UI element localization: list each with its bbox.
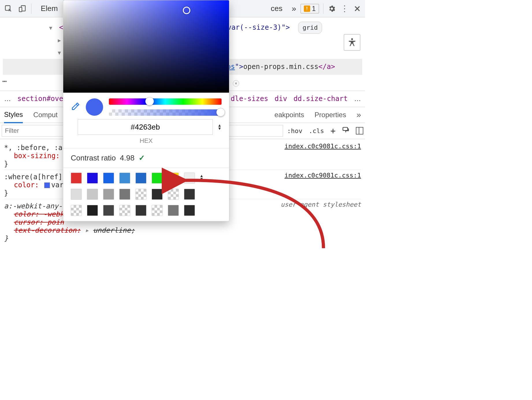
palette-swatch[interactable] <box>152 189 163 200</box>
hex-label: HEX <box>63 137 229 148</box>
palette-grid: ▲▼ <box>63 168 229 217</box>
palette-swatch[interactable] <box>184 189 195 200</box>
css-property[interactable]: cursor: poin <box>14 218 64 226</box>
hov-toggle[interactable]: :hov <box>287 127 302 134</box>
dom-collapsed-ellipsis[interactable]: ⋯ <box>2 74 7 88</box>
tab-computed[interactable]: Comput <box>33 111 57 119</box>
breadcrumb-item[interactable]: section#ove <box>17 95 63 103</box>
accessibility-icon[interactable] <box>344 34 360 51</box>
eyedropper-icon[interactable] <box>71 102 80 113</box>
paint-icon[interactable] <box>342 126 349 135</box>
palette-spinner[interactable]: ▲▼ <box>200 174 204 181</box>
palette-swatch[interactable] <box>87 189 98 200</box>
separator <box>31 3 31 14</box>
css-property[interactable]: text-decoration: <box>14 226 81 234</box>
remove-pill-icon[interactable]: × <box>233 80 239 87</box>
palette-swatch[interactable] <box>119 189 130 200</box>
dom-text: open-props.min.css <box>243 63 318 71</box>
palette-swatch[interactable] <box>135 205 146 216</box>
hue-thumb[interactable] <box>145 97 154 106</box>
inspect-icon[interactable] <box>3 4 13 14</box>
more-tabs-chevron[interactable]: » <box>292 4 296 13</box>
issues-badge[interactable]: ! 1 <box>300 4 319 14</box>
separator <box>323 3 323 14</box>
css-value[interactable]: var <box>51 181 64 189</box>
cls-toggle[interactable]: .cls <box>309 127 324 134</box>
close-icon[interactable] <box>353 4 362 13</box>
format-spinner[interactable]: ▲▼ <box>217 124 222 130</box>
dom-close-tag: </a> <box>318 63 335 71</box>
rule-origin-link[interactable]: index.c0c9081c.css:1 <box>284 143 361 150</box>
palette-swatch[interactable] <box>71 189 82 200</box>
current-color-swatch <box>86 98 103 116</box>
palette-swatch[interactable] <box>87 205 98 216</box>
svg-rect-2 <box>19 7 22 12</box>
css-property[interactable]: box-sizing: <box>14 152 60 160</box>
palette-swatch[interactable] <box>168 189 179 200</box>
rule-origin-ua: user agent stylesheet <box>281 201 361 208</box>
saturation-lightness-area[interactable] <box>63 0 229 93</box>
palette-swatch[interactable] <box>168 205 179 216</box>
warning-icon: ! <box>304 5 310 12</box>
css-property[interactable]: color: <box>14 181 39 189</box>
hex-input[interactable] <box>78 119 213 135</box>
palette-swatch[interactable] <box>87 173 98 184</box>
breadcrumb-item[interactable]: div <box>275 95 287 103</box>
grid-badge[interactable]: grid <box>298 22 322 34</box>
palette-swatch[interactable] <box>103 173 114 184</box>
palette-swatch[interactable] <box>103 205 114 216</box>
saturation-cursor[interactable] <box>183 7 190 14</box>
palette-swatch[interactable] <box>119 173 130 184</box>
breadcrumb-overflow-left[interactable]: … <box>4 95 11 103</box>
palette-swatch[interactable] <box>152 205 163 216</box>
palette-swatch[interactable] <box>119 205 130 216</box>
contrast-ratio-row[interactable]: Contrast ratio 4.98 ✓ <box>63 148 229 168</box>
tab-breakpoints[interactable]: eakpoints <box>274 111 304 119</box>
palette-swatch[interactable] <box>103 189 114 200</box>
check-icon: ✓ <box>139 154 145 162</box>
rule-origin-link[interactable]: index.c0c9081c.css:1 <box>284 172 361 179</box>
device-toggle-icon[interactable] <box>17 4 27 14</box>
more-subtabs-chevron[interactable]: » <box>356 110 361 119</box>
issues-count: 1 <box>312 5 316 13</box>
toggle-sidebar-icon[interactable] <box>356 127 363 134</box>
palette-swatch[interactable] <box>71 173 82 184</box>
color-swatch-icon[interactable] <box>44 182 50 188</box>
css-property[interactable]: color: -webk <box>14 210 64 218</box>
palette-swatch[interactable] <box>135 189 146 200</box>
settings-gear-icon[interactable] <box>328 4 336 13</box>
expand-triangle-right-icon[interactable]: ▶ <box>58 36 64 45</box>
alpha-slider[interactable] <box>109 109 222 116</box>
expand-triangle-down-icon[interactable]: ▼ <box>49 23 55 33</box>
tab-elements[interactable]: Elem <box>36 4 63 13</box>
tab-styles[interactable]: Styles <box>4 111 23 123</box>
tab-properties[interactable]: Properties <box>315 111 346 119</box>
new-style-rule-icon[interactable]: + <box>330 126 336 136</box>
palette-swatch[interactable] <box>152 173 163 184</box>
palette-swatch[interactable] <box>168 173 179 184</box>
alpha-thumb[interactable] <box>216 108 225 117</box>
tab-sources-partial[interactable]: ces <box>266 4 288 13</box>
svg-rect-4 <box>343 127 347 130</box>
palette-swatch[interactable] <box>184 205 195 216</box>
palette-swatch[interactable] <box>135 173 146 184</box>
contrast-label: Contrast ratio <box>71 154 116 162</box>
css-value[interactable]: underline; <box>93 226 135 234</box>
expand-triangle-down-icon[interactable]: ▼ <box>58 48 64 57</box>
hue-slider[interactable] <box>109 98 222 105</box>
breadcrumb-item[interactable]: dd.size-chart <box>293 95 348 103</box>
breadcrumb-overflow-right[interactable]: … <box>354 95 361 103</box>
palette-swatch[interactable] <box>184 173 195 184</box>
breadcrumb-item[interactable]: dle-sizes <box>231 95 268 103</box>
dom-attr-value: var(--size-3)"> <box>227 23 290 31</box>
kebab-menu-icon[interactable]: ⋮ <box>340 4 349 13</box>
palette-swatch[interactable] <box>71 205 82 216</box>
color-picker-popover: ▲▼ HEX Contrast ratio 4.98 ✓ ▲▼ <box>63 0 229 221</box>
svg-point-3 <box>351 38 353 40</box>
contrast-value: 4.98 <box>120 154 135 162</box>
